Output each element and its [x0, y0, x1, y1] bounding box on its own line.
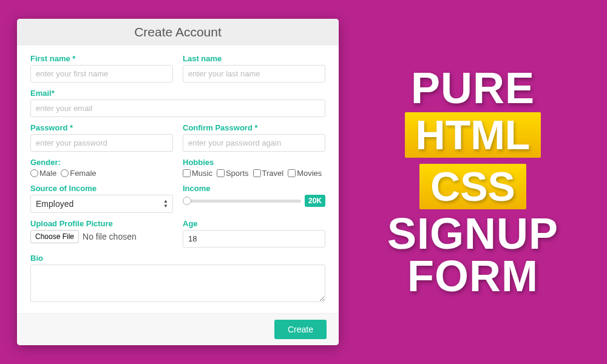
hobby-music-option[interactable]: Music [183, 169, 212, 178]
promo-panel: PURE HTML CSS SIGNUP FORM [339, 67, 607, 297]
promo-line-form: FORM [407, 255, 538, 297]
email-input[interactable] [30, 99, 325, 117]
promo-badge-css: CSS [419, 164, 526, 209]
hobby-sports-option[interactable]: Sports [217, 169, 249, 178]
hobby-travel-text: Travel [262, 169, 284, 178]
choose-file-button[interactable]: Choose File [30, 230, 79, 243]
income-slider[interactable] [183, 200, 301, 203]
source-income-select[interactable]: Employed [30, 195, 173, 213]
source-income-label: Source of Income [30, 184, 173, 193]
bio-textarea[interactable] [30, 265, 325, 302]
bio-label: Bio [30, 254, 325, 263]
income-label: Income [183, 184, 325, 193]
password-label: Password * [30, 123, 173, 132]
create-button[interactable]: Create [274, 320, 327, 339]
hobby-movies-text: Movies [297, 169, 322, 178]
hobby-travel-option[interactable]: Travel [253, 169, 284, 178]
hobby-movies-option[interactable]: Movies [288, 169, 322, 178]
first-name-label: First name * [30, 54, 173, 63]
gender-male-radio[interactable] [30, 169, 38, 177]
hobby-sports-text: Sports [226, 169, 249, 178]
confirm-password-input[interactable] [183, 134, 325, 152]
upload-label: Upload Profile Picture [30, 219, 173, 228]
gender-female-text: Female [70, 169, 96, 178]
gender-male-text: Male [39, 169, 56, 178]
gender-options: Male Female [30, 169, 173, 178]
file-status-text: No file chosen [83, 232, 137, 241]
gender-male-option[interactable]: Male [30, 169, 56, 178]
age-input[interactable] [183, 230, 325, 248]
form-title: Create Account [17, 19, 339, 46]
form-footer: Create [17, 313, 339, 345]
income-value-badge: 20K [305, 195, 325, 207]
promo-line-signup: SIGNUP [387, 213, 558, 254]
hobby-movies-checkbox[interactable] [288, 169, 296, 177]
hobbies-options: Music Sports Travel Movies [183, 169, 325, 178]
email-label: Email* [30, 89, 325, 98]
create-account-card: Create Account First name * Last name Em… [17, 19, 339, 345]
promo-badge-html: HTML [405, 112, 541, 158]
hobby-sports-checkbox[interactable] [217, 169, 225, 177]
last-name-input[interactable] [183, 65, 325, 83]
confirm-password-label: Confirm Password * [183, 123, 325, 132]
gender-female-radio[interactable] [61, 169, 69, 177]
first-name-input[interactable] [30, 65, 173, 83]
gender-label: Gender: [30, 158, 173, 167]
password-input[interactable] [30, 134, 173, 152]
age-label: Age [183, 219, 325, 228]
hobby-music-text: Music [192, 169, 212, 178]
promo-line-pure: PURE [411, 67, 535, 109]
last-name-label: Last name [183, 54, 325, 63]
hobby-travel-checkbox[interactable] [253, 169, 261, 177]
gender-female-option[interactable]: Female [61, 169, 96, 178]
form-body: First name * Last name Email* Password *… [17, 46, 339, 313]
hobby-music-checkbox[interactable] [183, 169, 191, 177]
hobbies-label: Hobbies [183, 158, 325, 167]
